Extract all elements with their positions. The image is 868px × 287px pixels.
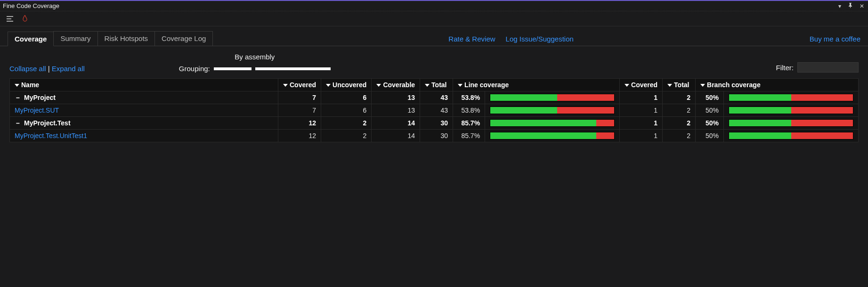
branch-covered-cell: 1 — [620, 104, 663, 117]
header-links: Rate & Review Log Issue/Suggestion — [448, 35, 574, 46]
branch-coverage-bar — [729, 107, 853, 114]
line-coverage-bar — [490, 107, 615, 114]
branch-bar-cell — [724, 117, 859, 130]
content: Collapse all | Expand all By assembly Gr… — [0, 46, 868, 152]
tab-summary[interactable]: Summary — [53, 31, 97, 46]
col-name[interactable]: Name — [10, 79, 278, 91]
collapse-expand-links: Collapse all | Expand all — [9, 65, 85, 73]
line-coverage-bar — [490, 132, 615, 139]
collapse-all-link[interactable]: Collapse all — [9, 65, 46, 73]
coverage-settings-icon[interactable] — [7, 16, 15, 22]
branch-pct-cell: 50% — [696, 117, 724, 130]
filter-label: Filter: — [776, 64, 794, 72]
filter-input[interactable] — [797, 62, 859, 73]
rate-review-link[interactable]: Rate & Review — [448, 35, 495, 43]
covered-cell: 7 — [278, 91, 321, 104]
table-row: –MyProject76134353.8%1250% — [10, 91, 859, 104]
expand-all-link[interactable]: Expand all — [52, 65, 85, 73]
uncovered-cell: 2 — [321, 117, 372, 130]
branch-pct-cell: 50% — [696, 91, 724, 104]
window-pin-icon[interactable] — [847, 3, 854, 9]
total-cell: 30 — [420, 130, 453, 142]
window-title: Fine Code Coverage — [3, 2, 59, 9]
toolbar — [0, 11, 868, 26]
table-header-row: Name Covered Uncovered Coverable Total L… — [10, 79, 859, 91]
line-bar-cell — [485, 117, 620, 130]
collapse-toggle-icon[interactable]: – — [15, 94, 21, 101]
uncovered-cell: 6 — [321, 91, 372, 104]
table-row: MyProject.Test.UnitTest1122143085.7%1250… — [10, 130, 859, 142]
col-uncovered[interactable]: Uncovered — [321, 79, 372, 91]
line-bar-cell — [485, 91, 620, 104]
grouping-mode-label: By assembly — [235, 53, 275, 61]
line-bar-cell — [485, 130, 620, 142]
line-coverage-bar — [490, 94, 615, 101]
branch-total-cell: 2 — [663, 104, 696, 117]
grouping-label: Grouping: — [179, 65, 210, 73]
branch-total-cell: 2 — [663, 130, 696, 142]
coverable-cell: 13 — [372, 91, 420, 104]
total-cell: 43 — [420, 104, 453, 117]
covered-cell: 12 — [278, 130, 321, 142]
covered-cell: 7 — [278, 104, 321, 117]
total-cell: 43 — [420, 91, 453, 104]
branch-covered-cell: 1 — [620, 117, 663, 130]
branch-coverage-bar — [729, 132, 853, 139]
titlebar: Fine Code Coverage ▾ ✕ — [0, 1, 868, 11]
window-dropdown-icon[interactable]: ▾ — [837, 3, 842, 9]
col-total[interactable]: Total — [420, 79, 453, 91]
col-branch-covered[interactable]: Covered — [620, 79, 663, 91]
collapse-toggle-icon[interactable]: – — [15, 119, 21, 127]
tab-coverage[interactable]: Coverage — [8, 32, 54, 46]
coverable-cell: 13 — [372, 104, 420, 117]
coverable-cell: 14 — [372, 117, 420, 130]
grouping-block: By assembly Grouping: — [179, 53, 331, 73]
branch-pct-cell: 50% — [696, 104, 724, 117]
branch-bar-cell — [724, 104, 859, 117]
line-pct-cell: 53.8% — [453, 104, 485, 117]
col-covered[interactable]: Covered — [278, 79, 321, 91]
log-issue-link[interactable]: Log Issue/Suggestion — [506, 35, 574, 43]
col-branch-coverage[interactable]: Branch coverage — [696, 79, 859, 91]
col-coverable[interactable]: Coverable — [372, 79, 420, 91]
coverage-table: Name Covered Uncovered Coverable Total L… — [9, 78, 859, 142]
branch-pct-cell: 50% — [696, 130, 724, 142]
class-link[interactable]: MyProject.SUT — [15, 107, 59, 114]
line-pct-cell: 85.7% — [453, 130, 485, 142]
filter-block: Filter: — [776, 62, 859, 73]
col-branch-total[interactable]: Total — [663, 79, 696, 91]
assembly-name: MyProject — [24, 94, 56, 101]
branch-coverage-bar — [729, 119, 853, 127]
separator: | — [48, 65, 52, 73]
branch-total-cell: 2 — [663, 91, 696, 104]
uncovered-cell: 6 — [321, 104, 372, 117]
name-cell: –MyProject — [10, 91, 278, 104]
flame-icon[interactable] — [22, 15, 28, 23]
name-cell: –MyProject.Test — [10, 117, 278, 130]
tab-risk-hotspots[interactable]: Risk Hotspots — [97, 31, 155, 46]
grouping-slider-2[interactable] — [255, 67, 331, 70]
uncovered-cell: 2 — [321, 130, 372, 142]
table-row: MyProject.SUT76134353.8%1250% — [10, 104, 859, 117]
tab-coverage-log[interactable]: Coverage Log — [154, 31, 213, 46]
titlebar-controls: ▾ ✕ — [837, 3, 865, 9]
class-link[interactable]: MyProject.Test.UnitTest1 — [15, 132, 87, 139]
name-cell: MyProject.Test.UnitTest1 — [10, 130, 278, 142]
svg-rect-0 — [7, 16, 13, 17]
branch-bar-cell — [724, 130, 859, 142]
window: Fine Code Coverage ▾ ✕ CoverageSummaryRi… — [0, 0, 868, 287]
total-cell: 30 — [420, 117, 453, 130]
covered-cell: 12 — [278, 117, 321, 130]
line-coverage-bar — [490, 119, 615, 127]
branch-bar-cell — [724, 91, 859, 104]
grouping-slider-1[interactable] — [214, 67, 251, 70]
buy-coffee-link[interactable]: Buy me a coffee — [810, 35, 860, 46]
col-line-coverage[interactable]: Line coverage — [453, 79, 620, 91]
svg-rect-1 — [7, 18, 11, 19]
name-cell: MyProject.SUT — [10, 104, 278, 117]
svg-rect-2 — [7, 21, 13, 22]
branch-total-cell: 2 — [663, 117, 696, 130]
coverable-cell: 14 — [372, 130, 420, 142]
window-close-icon[interactable]: ✕ — [859, 3, 865, 9]
tabs: CoverageSummaryRisk HotspotsCoverage Log — [8, 31, 212, 46]
